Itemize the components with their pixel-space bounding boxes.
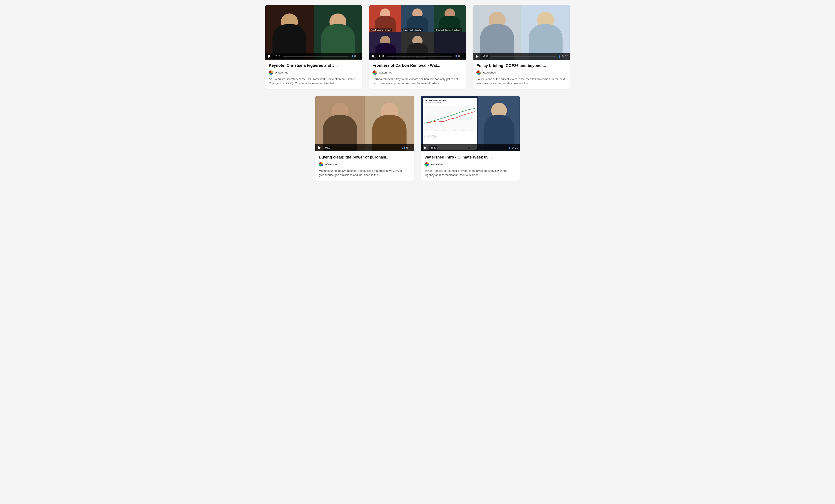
ctrl-icons-5: ⚙ ⛶ [508, 146, 517, 149]
card-title-4: Buying clean: the power of purchasi... [319, 155, 410, 160]
settings-icon-5[interactable]: ⚙ [512, 146, 514, 149]
card-info-2: Frontiers of Carbon Removal - Wat... Wat… [369, 60, 466, 89]
progress-bar-3[interactable] [491, 56, 556, 57]
duration-badge-1: 36:30 [273, 55, 282, 58]
channel-row-3: Watershed [476, 70, 566, 75]
person-block [265, 5, 314, 60]
video-card-1: 36:30 ⚙ ⛶ Keynote: Christiana Figuer [265, 5, 362, 89]
chart-subtitle: This is the critical decade [425, 102, 475, 103]
thumbnail-4[interactable]: 44:52 ⚙ ⛶ [315, 96, 414, 151]
fullscreen-icon-5[interactable]: ⛶ [515, 146, 517, 149]
card-info-1: Keynote: Christiana Figueres and J... Wa… [265, 60, 362, 89]
video-card-3: 43:30 ⚙ ⛶ Policy briefing: COP26 and [473, 5, 570, 89]
card-title-5: Watershed Intro - Climate Week 09.... [425, 155, 516, 160]
card-info-3: Policy briefing: COP26 and beyond ... Wa… [473, 60, 570, 89]
video-controls-5[interactable]: 04:22 ⚙ ⛶ [421, 144, 520, 151]
chart-title: We have very little time [425, 99, 475, 102]
settings-icon-3[interactable]: ⚙ [562, 55, 564, 58]
play-button-5[interactable] [423, 146, 428, 150]
ctrl-icons-4: ⚙ ⛶ [402, 146, 412, 149]
svg-text:2040: 2040 [470, 129, 473, 131]
channel-row-2: Watershed [372, 70, 462, 75]
fullscreen-icon-4[interactable]: ⛶ [409, 146, 412, 149]
channel-name-5: Watershed [430, 163, 444, 166]
channel-name-3: Watershed [483, 71, 496, 74]
person-block [314, 5, 362, 60]
video-grid-bottom: 44:52 ⚙ ⛶ Buying clean: the power of [315, 96, 520, 181]
channel-row-4: Watershed [319, 162, 410, 166]
volume-icon-1[interactable] [350, 55, 353, 57]
video-controls-3[interactable]: 43:30 ⚙ ⛶ [473, 53, 570, 60]
person-label-stacy: Stacy Kauk (Shopify) [402, 28, 423, 32]
person-block: Stacy Kauk (Shopify) [402, 5, 433, 33]
channel-logo-3 [476, 70, 481, 75]
fullscreen-icon-3[interactable]: ⛶ [565, 55, 568, 58]
ctrl-icons-2: ⚙ ⛶ [454, 55, 464, 58]
volume-icon-2[interactable] [454, 55, 457, 57]
thumbnail-2[interactable]: Nan Ransohoff (Stripe) Stacy Kauk (Shopi… [369, 5, 466, 60]
duration-badge-3: 43:30 [481, 55, 489, 58]
card-title-2: Frontiers of Carbon Removal - Wat... [372, 63, 462, 68]
thumbnail-3[interactable]: 43:30 ⚙ ⛶ [473, 5, 570, 60]
progress-bar-1[interactable] [283, 56, 349, 57]
play-button-4[interactable] [318, 146, 322, 150]
svg-text:2020: 2020 [453, 129, 456, 131]
progress-bar-2[interactable] [387, 56, 452, 57]
card-info-5: Watershed Intro - Climate Week 09.... Wa… [421, 151, 520, 180]
person-block [473, 5, 522, 60]
channel-logo-4 [319, 162, 323, 166]
channel-name-1: Watershed [275, 71, 288, 74]
ctrl-icons-1: ⚙ ⛶ [350, 55, 360, 58]
video-card-5: We have very little time This is the cri… [421, 96, 520, 181]
video-grid: 36:30 ⚙ ⛶ Keynote: Christiana Figuer [265, 5, 570, 89]
channel-name-2: Watershed [379, 71, 392, 74]
person-label-nan: Nan Ransohoff (Stripe) [370, 28, 392, 32]
person-block [315, 96, 365, 151]
chart-note: The UN Intergovernmental Panel onClimate… [425, 136, 475, 141]
chart-area: We have very little time This is the cri… [423, 98, 477, 149]
person-block-chart [478, 96, 520, 151]
duration-badge-2: 48:11 [377, 55, 385, 58]
person-label-shashank: Shashank Samala (Heirloom) [434, 28, 462, 32]
video-controls-1[interactable]: 36:30 ⚙ ⛶ [265, 53, 362, 60]
card-title-3: Policy briefing: COP26 and beyond ... [476, 63, 566, 68]
card-desc-2: Carbon removal is key to the climate sol… [372, 77, 462, 85]
person-block [521, 5, 570, 60]
card-desc-3: Policy is one of the critical levers in … [476, 77, 566, 85]
settings-icon-2[interactable]: ⚙ [458, 55, 460, 58]
thumbnail-5[interactable]: We have very little time This is the cri… [421, 96, 520, 151]
play-button-1[interactable] [267, 54, 272, 58]
svg-text:2010: 2010 [443, 129, 446, 131]
thumbnail-1[interactable]: 36:30 ⚙ ⛶ [265, 5, 362, 60]
volume-icon-4[interactable] [402, 146, 405, 149]
chart-svg: 1990 2000 2010 2020 2030 2040 [425, 104, 475, 133]
person-block: Nan Ransohoff (Stripe) [369, 5, 401, 33]
video-card-4: 44:52 ⚙ ⛶ Buying clean: the power of [315, 96, 414, 181]
video-controls-4[interactable]: 44:52 ⚙ ⛶ [315, 144, 414, 151]
duration-badge-5: 04:22 [429, 146, 437, 149]
card-title-1: Keynote: Christiana Figueres and J... [269, 63, 359, 68]
card-desc-4: Manufacturing, heavy industry, and build… [319, 169, 410, 177]
channel-logo-5 [425, 162, 429, 166]
volume-icon-3[interactable] [558, 55, 561, 58]
video-controls-2[interactable]: 48:11 ⚙ ⛶ [369, 53, 466, 60]
card-info-4: Buying clean: the power of purchasi... W… [315, 151, 414, 180]
svg-text:2000: 2000 [434, 129, 437, 131]
play-button-3[interactable] [475, 54, 480, 59]
fullscreen-icon-2[interactable]: ⛶ [462, 55, 464, 57]
duration-badge-4: 44:52 [324, 146, 332, 149]
progress-bar-5[interactable] [439, 148, 506, 148]
card-desc-1: As Executive Secretary of the UN Framewo… [269, 77, 359, 85]
svg-text:1990: 1990 [425, 129, 427, 131]
channel-logo-1 [269, 70, 273, 75]
fullscreen-icon-1[interactable]: ⛶ [358, 55, 360, 57]
channel-name-4: Watershed [325, 163, 338, 166]
card-desc-5: Taylor Francis, co-founder of Watershed,… [425, 169, 516, 177]
person-block [365, 96, 414, 151]
volume-icon-5[interactable] [508, 146, 510, 149]
settings-icon-1[interactable]: ⚙ [354, 55, 356, 58]
settings-icon-4[interactable]: ⚙ [406, 146, 408, 149]
progress-bar-4[interactable] [333, 148, 401, 148]
play-button-2[interactable] [371, 54, 375, 58]
channel-row-1: Watershed [269, 70, 359, 75]
